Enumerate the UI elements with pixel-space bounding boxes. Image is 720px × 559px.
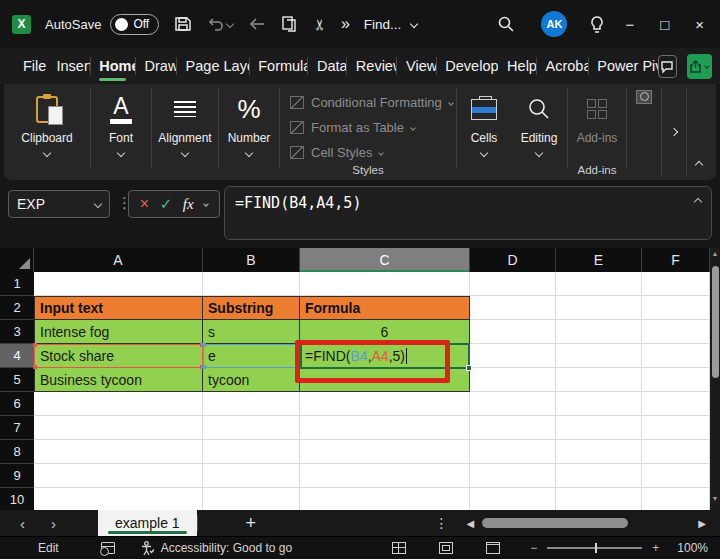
cell-A7[interactable] xyxy=(34,416,203,440)
menu-tab-page-layout[interactable]: Page Layout xyxy=(177,48,249,84)
column-header-b[interactable]: B xyxy=(203,248,300,272)
hscroll-right-icon[interactable]: ▶ xyxy=(698,518,706,529)
next-sheet-button[interactable]: › xyxy=(51,515,56,532)
zoom-slider-thumb[interactable] xyxy=(595,543,597,553)
minimize-button[interactable]: − xyxy=(625,16,634,33)
hscroll-left-icon[interactable]: ◀ xyxy=(467,518,475,529)
menu-tab-file[interactable]: File xyxy=(14,48,47,84)
row-header-7[interactable]: 7 xyxy=(0,416,34,440)
cell-C3[interactable]: 6 xyxy=(300,320,470,344)
row-header-5[interactable]: 5 xyxy=(0,368,34,392)
cell-F3[interactable] xyxy=(642,320,710,344)
zoom-in-button[interactable]: + xyxy=(652,541,659,555)
enter-entry-button[interactable]: ✓ xyxy=(160,195,173,213)
add-sheet-button[interactable]: + xyxy=(246,513,257,534)
cell-C1[interactable] xyxy=(300,272,470,296)
cell-B5[interactable]: tycoon xyxy=(203,368,300,392)
zoom-out-button[interactable]: − xyxy=(530,541,537,555)
cell-E1[interactable] xyxy=(556,272,642,296)
cut-button[interactable]: ✂ xyxy=(313,17,326,32)
cell-B2[interactable]: Substring xyxy=(203,296,300,320)
name-box[interactable]: EXP xyxy=(8,190,110,218)
row-header-2[interactable]: 2 xyxy=(0,296,34,320)
cell-B10[interactable] xyxy=(203,488,300,510)
column-header-e[interactable]: E xyxy=(556,248,642,272)
select-all-button[interactable] xyxy=(0,248,34,272)
cell-F1[interactable] xyxy=(642,272,710,296)
cell-F5[interactable] xyxy=(642,368,710,392)
accessibility-status[interactable]: Accessibility: Good to go xyxy=(161,541,292,555)
cell-D10[interactable] xyxy=(470,488,556,510)
add-ins-button[interactable]: Add-ins Add-ins xyxy=(568,84,626,180)
redo-button[interactable] xyxy=(248,17,266,31)
cell-C2[interactable]: Formula xyxy=(300,296,470,320)
cell-D1[interactable] xyxy=(470,272,556,296)
cell-A8[interactable] xyxy=(34,440,203,464)
share-button[interactable] xyxy=(687,54,712,79)
cell-B1[interactable] xyxy=(203,272,300,296)
cell-E4[interactable] xyxy=(556,344,642,368)
cell-F10[interactable] xyxy=(642,488,710,510)
cell-D3[interactable] xyxy=(470,320,556,344)
column-header-c[interactable]: C xyxy=(300,248,470,272)
menu-tab-developer[interactable]: Developer xyxy=(436,48,498,84)
row-header-10[interactable]: 10 xyxy=(0,488,34,510)
cell-C4-formula-edit[interactable]: =FIND(B4,A4,5) xyxy=(300,344,470,368)
account-avatar[interactable]: AK xyxy=(541,11,567,37)
zoom-slider[interactable] xyxy=(547,547,642,549)
format-as-table-button[interactable]: Format as Table xyxy=(290,115,456,140)
cell-B4[interactable]: e xyxy=(203,344,300,368)
cell-A5[interactable]: Business tycoon xyxy=(34,368,203,392)
horizontal-scrollbar-thumb[interactable] xyxy=(482,518,628,528)
vertical-scrollbar-thumb[interactable] xyxy=(712,266,719,378)
search-button[interactable] xyxy=(497,15,515,33)
alignment-group-button[interactable]: Alignment xyxy=(152,84,218,180)
cell-B8[interactable] xyxy=(203,440,300,464)
cell-A6[interactable] xyxy=(34,392,203,416)
cell-D4[interactable] xyxy=(470,344,556,368)
cell-B3[interactable]: s xyxy=(203,320,300,344)
cell-C6[interactable] xyxy=(300,392,470,416)
menu-tab-data[interactable]: Data xyxy=(308,48,346,84)
conditional-formatting-button[interactable]: Conditional Formatting xyxy=(290,90,456,115)
clipboard-group-button[interactable]: Clipboard xyxy=(4,84,90,180)
normal-view-button[interactable] xyxy=(392,542,406,554)
cell-D8[interactable] xyxy=(470,440,556,464)
cancel-entry-button[interactable]: × xyxy=(140,195,149,213)
row-header-9[interactable]: 9 xyxy=(0,464,34,488)
cell-F9[interactable] xyxy=(642,464,710,488)
column-header-d[interactable]: D xyxy=(470,248,556,272)
cell-F8[interactable] xyxy=(642,440,710,464)
undo-button[interactable] xyxy=(207,16,233,32)
comments-button[interactable] xyxy=(658,55,677,78)
cell-C10[interactable] xyxy=(300,488,470,510)
cell-D2[interactable] xyxy=(470,296,556,320)
cell-C9[interactable] xyxy=(300,464,470,488)
row-header-3[interactable]: 3 xyxy=(0,320,34,344)
menu-tab-review[interactable]: Review xyxy=(347,48,397,84)
addin-thumbnail-icon[interactable] xyxy=(636,90,652,104)
cell-E10[interactable] xyxy=(556,488,642,510)
fill-handle[interactable] xyxy=(466,365,472,371)
menu-tab-acrobat[interactable]: Acrobat xyxy=(537,48,588,84)
excel-logo-icon[interactable]: X xyxy=(12,15,31,34)
column-header-a[interactable]: A xyxy=(34,248,203,272)
collapse-formula-bar-button[interactable] xyxy=(694,198,702,206)
cell-B6[interactable] xyxy=(203,392,300,416)
cell-A2[interactable]: Input text xyxy=(34,296,203,320)
cell-B9[interactable] xyxy=(203,464,300,488)
copy-button[interactable] xyxy=(281,15,298,33)
cell-C7[interactable] xyxy=(300,416,470,440)
cell-F7[interactable] xyxy=(642,416,710,440)
cell-E8[interactable] xyxy=(556,440,642,464)
row-header-1[interactable]: 1 xyxy=(0,272,34,296)
cell-F6[interactable] xyxy=(642,392,710,416)
cell-D6[interactable] xyxy=(470,392,556,416)
number-group-button[interactable]: % Number xyxy=(219,84,279,180)
cell-A3[interactable]: Intense fog xyxy=(34,320,203,344)
menu-tab-draw[interactable]: Draw xyxy=(136,48,176,84)
quick-access-overflow-button[interactable]: » xyxy=(341,16,350,32)
cell-E9[interactable] xyxy=(556,464,642,488)
cell-F4[interactable] xyxy=(642,344,710,368)
macro-record-icon[interactable] xyxy=(101,542,115,554)
